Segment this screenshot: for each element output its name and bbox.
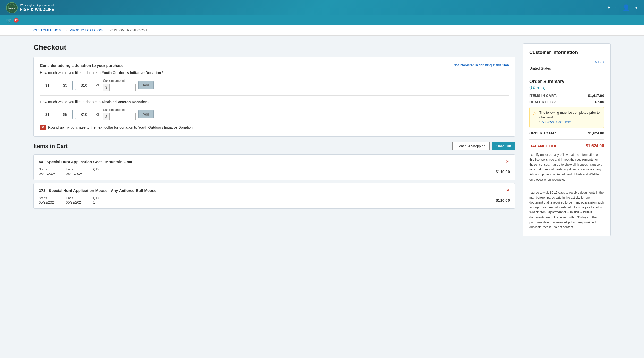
order-summary-title: Order Summary: [529, 79, 604, 84]
amount-btn-10-dollar[interactable]: $10: [75, 81, 92, 90]
amount-btn-10-dollar-2[interactable]: $10: [75, 110, 92, 119]
main-layout: Checkout Consider adding a donation to y…: [0, 36, 644, 244]
cart-item-starts: Starts 05/22/2024: [39, 168, 56, 176]
custom-amount-label-1: Custom amount: [103, 79, 136, 83]
roundup-row: ✕ Round up my purchase to the next dolla…: [40, 125, 509, 130]
right-column: Customer Information ✎ Edit United State…: [523, 43, 611, 236]
amount-btn-5-dollar[interactable]: $5: [58, 81, 73, 90]
cause-2: Disabled Veteran Donation: [102, 100, 147, 104]
cart-item-name: 54 - Special Hunt Application Goat - Mou…: [39, 160, 132, 164]
breadcrumb: CUSTOMER HOME › PRODUCT CATALOG › CUSTOM…: [0, 25, 644, 36]
logo-icon: WDF&W: [6, 2, 18, 13]
donation-buttons-2: $1 $5 $10 or Custom amount $ Add: [40, 108, 509, 120]
custom-amount-input-2: $: [103, 113, 136, 120]
cart-item: 54 - Special Hunt Application Goat - Mou…: [33, 154, 515, 180]
dealer-fees-value: $7.00: [595, 100, 604, 104]
donation-buttons-1: $1 $5 $10 or Custom amount $ Add: [40, 79, 509, 91]
info-edit-row: ✎ Edit: [529, 60, 604, 64]
items-title: Items in Cart: [33, 143, 68, 150]
remove-item-button[interactable]: ✕: [506, 159, 510, 165]
svg-text:WDF&W: WDF&W: [9, 7, 15, 9]
items-header: Items in Cart Continue Shopping Clear Ca…: [33, 142, 515, 150]
order-total-row: ORDER TOTAL: $1,624.00: [529, 131, 604, 135]
donation-divider: [40, 95, 509, 96]
logo: WDF&W Washington Department of FISH & WI…: [6, 2, 54, 13]
cart-item-name-2: 373 - Special Hunt Application Moose - A…: [39, 188, 156, 193]
bullet: •: [539, 120, 541, 124]
amount-btn-1-dollar-2[interactable]: $1: [40, 110, 55, 119]
cart-item-price-2: $110.00: [496, 198, 510, 202]
or-label-2: or: [96, 112, 99, 116]
amount-btn-5-dollar-2[interactable]: $5: [58, 110, 73, 119]
page-title: Checkout: [33, 43, 515, 52]
logo-agency: FISH & WILDLIFE: [20, 7, 54, 12]
pipe: |: [555, 120, 555, 124]
logo-dept: Washington Department of: [20, 4, 54, 7]
surveys-link[interactable]: Surveys: [541, 120, 554, 124]
breadcrumb-product-catalog[interactable]: PRODUCT CATALOG: [70, 28, 103, 32]
warning-box: ⚠ The following must be completed prior …: [529, 107, 604, 128]
logo-text: Washington Department of FISH & WILDLIFE: [20, 4, 54, 12]
left-column: Checkout Consider adding a donation to y…: [33, 43, 515, 212]
custom-input-field-2[interactable]: [110, 113, 135, 120]
items-in-cart-label: ITEMS IN CART:: [529, 94, 557, 98]
info-divider: [529, 75, 604, 75]
add-button-2[interactable]: Add: [138, 110, 154, 118]
cart-bar: 🛒 12: [0, 15, 644, 25]
items-in-cart-row: ITEMS IN CART: $1,617.00: [529, 94, 604, 98]
custom-amount-input-1: $: [103, 84, 136, 91]
complete-link[interactable]: Complete: [556, 120, 571, 124]
cart-bar-badge: 12: [14, 18, 19, 23]
home-link[interactable]: Home: [608, 6, 617, 10]
cart-item-details-2: Starts 05/22/2024 Ends 05/22/2024 QTY 1 …: [39, 196, 510, 204]
roundup-checkbox[interactable]: ✕: [40, 125, 46, 130]
roundup-x-icon: ✕: [41, 125, 44, 129]
donation-question-2: How much would you like to donate to Dis…: [40, 100, 509, 104]
add-button-1[interactable]: Add: [138, 81, 154, 89]
cart-item-qty-2: QTY 1: [93, 196, 99, 204]
cart-item-details: Starts 05/22/2024 Ends 05/22/2024 QTY 1 …: [39, 168, 510, 176]
custom-amount-label-2: Custom amount: [103, 108, 136, 112]
breadcrumb-customer-home[interactable]: CUSTOMER HOME: [33, 28, 64, 32]
edit-link[interactable]: ✎ Edit: [595, 60, 604, 64]
dollar-sign-2: $: [103, 113, 110, 120]
continue-shopping-button[interactable]: Continue Shopping: [452, 142, 490, 150]
edit-label: Edit: [598, 60, 604, 64]
cart-item: 373 - Special Hunt Application Moose - A…: [33, 183, 515, 209]
cart-bar-icon[interactable]: 🛒: [6, 18, 12, 23]
customer-info-title: Customer Information: [529, 50, 604, 55]
dealer-fees-label: DEALER FEES:: [529, 100, 556, 104]
dropdown-arrow-icon[interactable]: ▼: [635, 6, 638, 10]
order-total-value: $1,624.00: [588, 131, 604, 135]
dollar-sign-1: $: [103, 84, 110, 91]
balance-row: BALANCE DUE: $1,624.00: [529, 144, 604, 148]
remove-item-button-2[interactable]: ✕: [506, 188, 510, 193]
items-in-cart-section: Items in Cart Continue Shopping Clear Ca…: [33, 142, 515, 209]
donation-title-1: Consider adding a donation to your purch…: [40, 63, 123, 68]
roundup-label: Round up my purchase to the next dollar …: [48, 125, 193, 129]
order-total-label: ORDER TOTAL:: [529, 131, 556, 135]
donation-header-1: Consider adding a donation to your purch…: [40, 63, 509, 68]
cause-1: Youth Outdoors Initiative Donation: [102, 71, 161, 75]
cart-item-header: 54 - Special Hunt Application Goat - Mou…: [39, 159, 510, 165]
warning-text: The following must be completed prior to…: [539, 110, 601, 125]
user-icon[interactable]: 👤: [623, 4, 630, 11]
custom-input-field-1[interactable]: [110, 84, 135, 91]
balance-label: BALANCE DUE:: [529, 144, 559, 148]
balance-divider: [529, 139, 604, 140]
cart-item-ends-2: Ends 05/22/2024: [66, 196, 83, 204]
cart-item-header-2: 373 - Special Hunt Application Moose - A…: [39, 188, 510, 193]
clear-cart-button[interactable]: Clear Cart: [492, 142, 515, 150]
not-interested-link-1[interactable]: Not interested in donating at this time: [453, 63, 509, 67]
or-label-1: or: [96, 83, 99, 87]
custom-amount-group-1: Custom amount $: [103, 79, 136, 91]
customer-country: United States: [529, 66, 604, 70]
warning-icon: ⚠: [533, 111, 537, 117]
balance-value: $1,624.00: [586, 144, 604, 148]
pencil-icon: ✎: [595, 60, 597, 64]
amount-btn-1-dollar[interactable]: $1: [40, 81, 55, 90]
custom-amount-group-2: Custom amount $: [103, 108, 136, 120]
warning-message: The following must be completed prior to…: [539, 111, 600, 119]
dealer-fees-row: DEALER FEES: $7.00: [529, 100, 604, 104]
donation-panel-1: Consider adding a donation to your purch…: [33, 57, 515, 137]
